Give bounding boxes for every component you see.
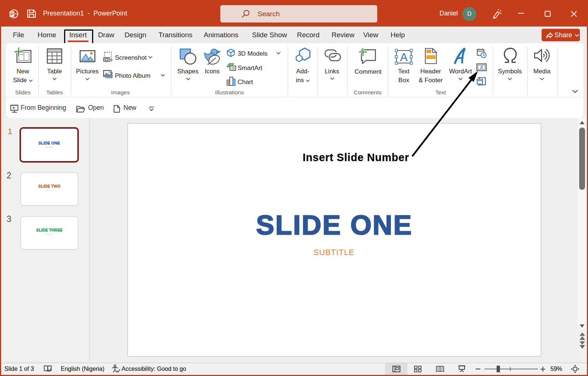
svg-text:P: P	[10, 11, 14, 17]
svg-text:A: A	[400, 51, 408, 64]
